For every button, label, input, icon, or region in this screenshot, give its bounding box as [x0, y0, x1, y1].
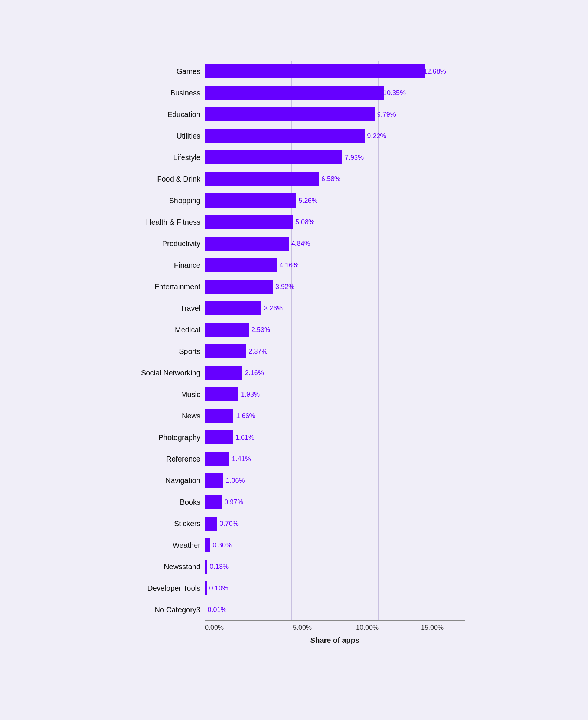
bar-section: 9.22%: [205, 125, 465, 147]
bar-row: Photography1.61%: [123, 427, 465, 448]
bar-section: 5.08%: [205, 211, 465, 233]
bar-section: 2.37%: [205, 341, 465, 362]
bar-row: Developer Tools0.10%: [123, 577, 465, 599]
bar-section: 1.93%: [205, 384, 465, 405]
bar-section: 0.13%: [205, 556, 465, 577]
bar-row: Newsstand0.13%: [123, 556, 465, 577]
bar-value-label: 2.16%: [245, 369, 264, 377]
bar-row: Productivity4.84%: [123, 233, 465, 254]
x-axis-title: Share of apps: [205, 636, 465, 645]
bar-row: Education9.79%: [123, 104, 465, 125]
bar-row: Reference1.41%: [123, 448, 465, 470]
bar-row: Travel3.26%: [123, 297, 465, 319]
bar-value-label: 1.93%: [241, 391, 260, 398]
bar-section: 3.26%: [205, 297, 465, 319]
bar-value-label: 0.13%: [210, 563, 229, 571]
bar: 5.08%: [205, 215, 293, 229]
bar-row: Games12.68%: [123, 61, 465, 82]
category-label: Photography: [123, 433, 205, 442]
bar: 3.26%: [205, 301, 261, 315]
bar-section: 5.26%: [205, 190, 465, 211]
bar-section: 1.06%: [205, 470, 465, 491]
bar-value-label: 0.01%: [208, 606, 226, 614]
category-label: Stickers: [123, 519, 205, 528]
bar: 4.84%: [205, 237, 289, 251]
bar-row: No Category30.01%: [123, 599, 465, 620]
bar-row: Social Networking2.16%: [123, 362, 465, 384]
bar-value-label: 1.61%: [235, 434, 254, 442]
bar-value-label: 5.26%: [298, 197, 317, 205]
category-label: Social Networking: [123, 369, 205, 377]
bar-value-label: 3.26%: [264, 304, 283, 312]
bar-value-label: 4.84%: [291, 240, 310, 248]
category-label: Music: [123, 390, 205, 399]
x-tick: 5.00%: [270, 624, 335, 632]
bar-value-label: 0.30%: [213, 541, 232, 549]
category-label: Weather: [123, 541, 205, 550]
bar-value-label: 6.58%: [321, 175, 340, 183]
bar-value-label: 0.97%: [224, 498, 243, 506]
bar-value-label: 7.93%: [345, 154, 364, 162]
bar-value-label: 1.41%: [232, 455, 251, 463]
bar: 4.16%: [205, 258, 277, 272]
category-label: Shopping: [123, 196, 205, 205]
bar-section: 0.97%: [205, 491, 465, 513]
category-label: Navigation: [123, 476, 205, 485]
bar-section: 4.84%: [205, 233, 465, 254]
bar: 1.66%: [205, 409, 233, 423]
bar-row: Business10.35%: [123, 82, 465, 104]
bar: 1.93%: [205, 387, 238, 401]
bar-row: Entertainment3.92%: [123, 276, 465, 297]
bar-section: 1.41%: [205, 448, 465, 470]
bar: 0.10%: [205, 581, 207, 595]
bar: 10.35%: [205, 86, 384, 100]
category-label: Medical: [123, 326, 205, 334]
x-tick: 15.00%: [400, 624, 465, 632]
bar-row: Books0.97%: [123, 491, 465, 513]
x-tick: 0.00%: [205, 624, 270, 632]
bar: 1.06%: [205, 473, 223, 488]
bar: 2.37%: [205, 344, 246, 358]
bar: 9.22%: [205, 129, 365, 143]
bar: 0.97%: [205, 495, 222, 509]
bar-value-label: 0.70%: [220, 520, 239, 528]
category-label: Travel: [123, 304, 205, 313]
bar-row: Finance4.16%: [123, 254, 465, 276]
bar-value-label: 9.79%: [377, 111, 396, 118]
bar: 2.16%: [205, 366, 242, 380]
category-label: Utilities: [123, 132, 205, 140]
category-label: Sports: [123, 347, 205, 356]
bar-value-label: 12.68%: [424, 68, 446, 75]
bar: 3.92%: [205, 280, 273, 294]
bar-value-label: 4.16%: [280, 261, 298, 269]
bar: 5.26%: [205, 193, 296, 208]
bar-row: Food & Drink6.58%: [123, 168, 465, 190]
x-tick: 10.00%: [335, 624, 400, 632]
bar: 1.61%: [205, 430, 233, 444]
bar: 6.58%: [205, 172, 319, 186]
bar-value-label: 2.37%: [249, 348, 268, 355]
bar: 2.53%: [205, 323, 249, 337]
bar: 0.13%: [205, 560, 207, 574]
category-label: Health & Fitness: [123, 218, 205, 227]
category-label: No Category3: [123, 606, 205, 614]
bar-value-label: 9.22%: [367, 132, 386, 140]
bar-row: Shopping5.26%: [123, 190, 465, 211]
bar-section: 10.35%: [205, 82, 465, 104]
bar: 9.79%: [205, 107, 375, 121]
category-label: Food & Drink: [123, 175, 205, 183]
bar-value-label: 1.06%: [226, 477, 245, 485]
bar-section: 0.10%: [205, 577, 465, 599]
x-axis: 0.00%5.00%10.00%15.00%: [205, 620, 465, 632]
bar-value-label: 1.66%: [236, 412, 255, 420]
category-label: Newsstand: [123, 563, 205, 571]
bar-value-label: 5.08%: [295, 218, 314, 226]
bar-row: Health & Fitness5.08%: [123, 211, 465, 233]
bar-row: Sports2.37%: [123, 341, 465, 362]
category-label: Entertainment: [123, 283, 205, 291]
bar-section: 6.58%: [205, 168, 465, 190]
bar-row: Lifestyle7.93%: [123, 147, 465, 168]
bar-row: Navigation1.06%: [123, 470, 465, 491]
bar-section: 0.70%: [205, 513, 465, 534]
bar-row: Stickers0.70%: [123, 513, 465, 534]
